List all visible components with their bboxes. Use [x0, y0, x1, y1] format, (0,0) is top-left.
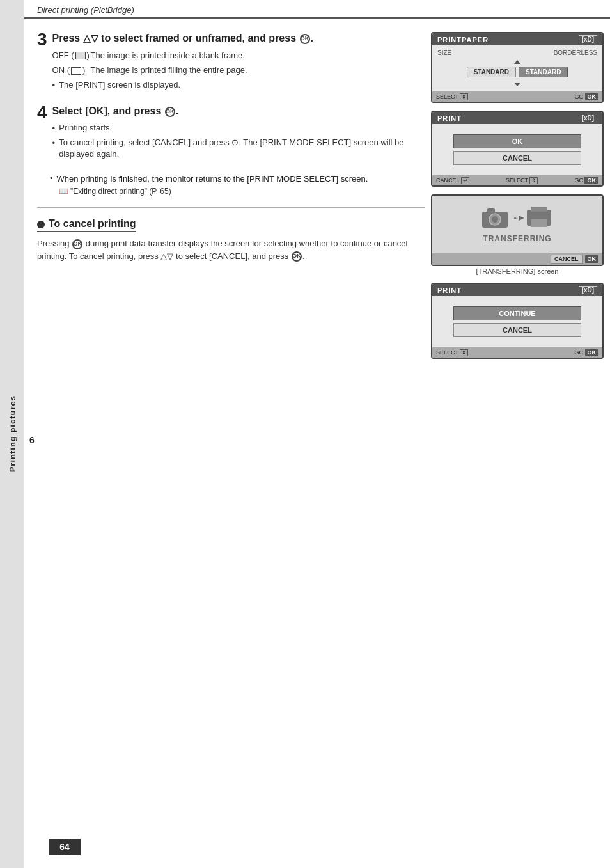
screen1-size-label: SIZE: [437, 49, 451, 56]
screen4-ok-box: OK: [585, 349, 599, 356]
screen4-header: PRINT [xD]: [432, 284, 602, 296]
step3-block: 3 Press △▽ to select framed or unframed,…: [37, 32, 425, 93]
step4-bullet3-text: When printing is finished, the monitor r…: [57, 173, 368, 185]
screen2-body: OK CANCEL: [432, 124, 602, 175]
screen2: PRINT [xD] OK CANCEL CANCEL ↩ SELECT: [431, 111, 604, 187]
svg-rect-6: [531, 219, 547, 227]
cancel-section-body: Pressing OK during print data transfer d…: [37, 237, 425, 262]
screen1-badge: [xD]: [579, 35, 597, 43]
screen3-transfer-label: TRANSFERRING: [483, 234, 551, 243]
sidebar: Printing pictures: [0, 0, 24, 868]
screen4-go-label: GO: [574, 349, 583, 356]
screen4-badge: [xD]: [579, 286, 597, 294]
screen3-footer: CANCEL OK: [432, 253, 602, 265]
step4-bullet3: • When printing is finished, the monitor…: [50, 173, 425, 185]
step3-bullet1-text: The [PRINT] screen is displayed.: [59, 79, 180, 91]
page-header: Direct printing (PictBridge): [24, 0, 610, 19]
right-column: PRINTPAPER [xD] SIZE BORDERLESS STANDARD: [431, 32, 604, 359]
screen3-cancel-btn[interactable]: CANCEL: [551, 255, 583, 264]
step3-on-desc: The image is printed filling the entire …: [91, 64, 313, 77]
step4-number: 4: [37, 105, 47, 122]
page-container: Printing pictures Direct printing (PictB…: [0, 0, 610, 868]
screen2-footer: CANCEL ↩ SELECT ⇕ GO OK: [432, 175, 602, 185]
screen1-title: PRINTPAPER: [437, 36, 489, 43]
section-divider: [37, 207, 425, 208]
screen3-body: ···► TRANSFERRING: [432, 196, 602, 253]
step3-content: OFF () The image is printed inside a bla…: [52, 49, 313, 92]
step4-bullet1: • Printing starts.: [52, 122, 425, 135]
screen1-go-label: GO: [574, 93, 583, 100]
screen1: PRINTPAPER [xD] SIZE BORDERLESS STANDARD: [431, 32, 604, 103]
screen4-body: CONTINUE CANCEL: [432, 296, 602, 347]
step4-content: • Printing starts. • To cancel printing,…: [52, 122, 425, 160]
screen1-options: STANDARD STANDARD: [437, 67, 597, 77]
sidebar-number: 6: [29, 435, 35, 445]
screen1-footer-go: GO OK: [574, 93, 598, 100]
screen4-footer-select: SELECT ⇕: [436, 349, 468, 356]
screen1-option2: STANDARD: [519, 67, 568, 77]
screen2-header: PRINT [xD]: [432, 112, 602, 124]
step3-off-desc: The image is printed inside a blank fram…: [91, 49, 313, 62]
step3-title: Press △▽ to select framed or unframed, a…: [52, 32, 313, 45]
screen1-borderless: BORDERLESS: [554, 49, 597, 56]
screen3-wrapper: ···► TRANSFERRING CANCE: [431, 194, 604, 275]
step3-on-label: ON (): [52, 64, 91, 77]
left-column: 3 Press △▽ to select framed or unframed,…: [37, 32, 431, 359]
step4-block: 4 Select [OK], and press OK. • Printing …: [37, 105, 425, 162]
screen4-cancel-btn[interactable]: CANCEL: [453, 323, 581, 337]
triangle-down-icon: [514, 83, 520, 86]
step4-bullet2-text: To cancel printing, select [CANCEL] and …: [59, 137, 425, 160]
screen2-cancel-btn[interactable]: CANCEL: [453, 151, 581, 165]
screen2-badge: [xD]: [579, 114, 597, 122]
screen4-footer: SELECT ⇕ GO OK: [432, 347, 602, 358]
screen2-select-icon: ⇕: [529, 177, 538, 184]
step3-number: 3: [37, 32, 47, 49]
step4-title: Select [OK], and press OK.: [52, 105, 425, 118]
step4-note: 📖"Exiting direct printing" (P. 65): [59, 187, 425, 196]
cancel-body-text: Pressing OK during print data transfer d…: [37, 237, 425, 262]
screen1-footer-select: SELECT ⇕: [436, 93, 468, 100]
screen2-ok-box: OK: [584, 177, 598, 184]
screen2-title: PRINT: [437, 114, 462, 122]
screen4-select-icon: ⇕: [460, 349, 468, 356]
screen4: PRINT [xD] CONTINUE CANCEL SELECT ⇕ GO: [431, 283, 604, 359]
cancel-section-title: To cancel printing: [49, 218, 136, 229]
screen1-option1: STANDARD: [467, 67, 516, 77]
screen2-ok-btn[interactable]: OK: [453, 134, 581, 148]
screen1-body: SIZE BORDERLESS STANDARD STANDARD: [432, 45, 602, 91]
camera-icon-row: ···►: [482, 207, 553, 229]
screen2-footer-select: SELECT ⇕: [506, 177, 538, 184]
camera-svg-icon: [482, 207, 511, 229]
page-number: 64: [49, 839, 81, 855]
screen1-select-icon: ⇕: [460, 93, 468, 100]
screen2-cancel-label: CANCEL: [436, 177, 460, 184]
screen1-select-label: SELECT: [436, 93, 458, 100]
step4-note-text: "Exiting direct printing" (P. 65): [70, 187, 171, 196]
printer-svg-icon: [527, 207, 552, 229]
header-title: Direct printing (PictBridge): [37, 5, 134, 15]
triangle-up-icon: [514, 60, 520, 64]
step4-bullet1-text: Printing starts.: [59, 122, 112, 134]
screen4-footer-go: GO OK: [574, 349, 598, 356]
screen3-caption: [TRANSFERRING] screen: [431, 267, 604, 275]
screen2-footer-cancel: CANCEL ↩: [436, 177, 469, 184]
main-content: Direct printing (PictBridge) 3 Press △▽ …: [24, 0, 610, 868]
svg-rect-1: [487, 208, 495, 213]
content-area: 3 Press △▽ to select framed or unframed,…: [24, 19, 610, 365]
screen1-ok-box: OK: [585, 93, 599, 100]
screen2-footer-go: GO OK: [574, 177, 598, 184]
screen1-footer: SELECT ⇕ GO OK: [432, 91, 602, 102]
svg-rect-5: [531, 207, 547, 212]
screen1-row: SIZE BORDERLESS: [437, 49, 597, 56]
screen2-cancel-icon: ↩: [461, 177, 469, 184]
step3-bullet1: • The [PRINT] screen is displayed.: [52, 79, 313, 92]
screen2-select-label: SELECT: [506, 177, 528, 184]
screen4-continue-btn[interactable]: CONTINUE: [453, 306, 581, 320]
screen4-select-label: SELECT: [436, 349, 458, 356]
sidebar-label: Printing pictures: [8, 395, 17, 472]
transfer-arrow-icon: ···►: [513, 212, 525, 223]
cancel-section: To cancel printing Pressing OK during pr…: [37, 218, 425, 262]
screen4-title: PRINT: [437, 287, 462, 294]
screen3-ok-box: OK: [585, 255, 599, 263]
screen3: ···► TRANSFERRING CANCE: [431, 194, 604, 266]
